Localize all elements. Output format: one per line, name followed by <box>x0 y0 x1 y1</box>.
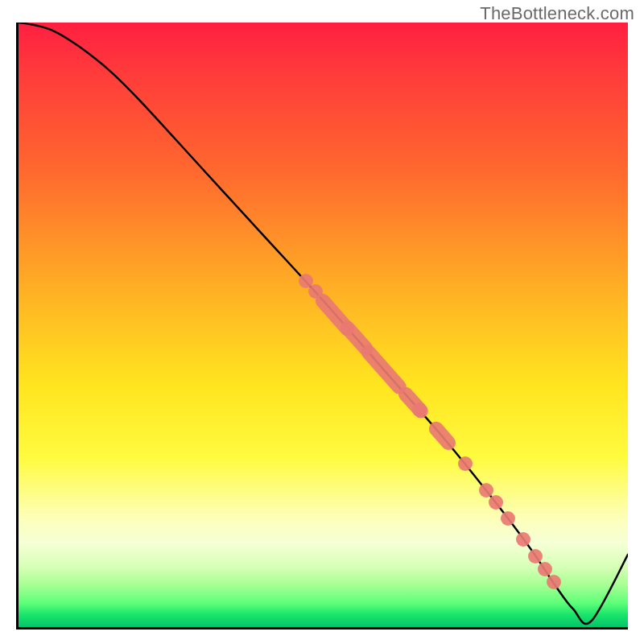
watermark-text: TheBottleneck.com <box>480 3 634 24</box>
data-marker-dot <box>458 456 473 471</box>
data-marker-dot <box>489 495 503 510</box>
plot-area <box>16 23 628 630</box>
data-marker-dot <box>528 549 543 564</box>
data-marker-dot <box>516 532 530 547</box>
data-marker-dot <box>538 562 552 576</box>
data-marker-dot <box>501 511 515 526</box>
data-marker-dot <box>412 402 427 417</box>
bottleneck-curve <box>19 23 628 627</box>
